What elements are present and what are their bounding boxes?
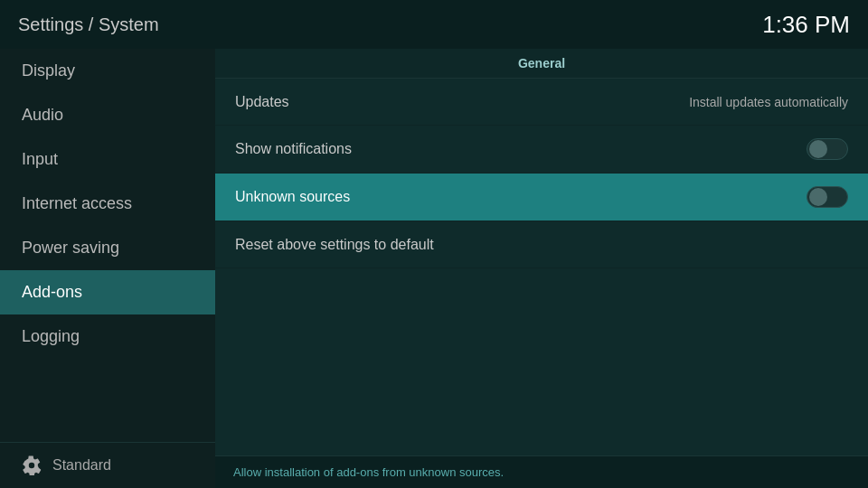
sidebar: Display Audio Input Internet access Powe…: [0, 49, 215, 488]
sidebar-item-label: Power saving: [22, 239, 119, 258]
setting-row-reset[interactable]: Reset above settings to default: [215, 221, 868, 268]
sidebar-item-power-saving[interactable]: Power saving: [0, 226, 215, 270]
sidebar-item-label: Internet access: [22, 194, 132, 213]
content-area: General Updates Install updates automati…: [215, 49, 868, 488]
sidebar-item-logging[interactable]: Logging: [0, 314, 215, 359]
sidebar-item-input[interactable]: Input: [0, 137, 215, 182]
setting-label-show-notifications: Show notifications: [235, 141, 352, 157]
page-title: Settings / System: [18, 14, 159, 35]
sidebar-item-label: Display: [22, 61, 75, 80]
gear-icon: [22, 455, 42, 475]
sidebar-item-label: Audio: [22, 106, 63, 125]
sidebar-spacer: [0, 359, 215, 442]
clock: 1:36 PM: [762, 11, 850, 39]
setting-label-reset: Reset above settings to default: [235, 237, 434, 253]
settings-list: Updates Install updates automatically Sh…: [215, 79, 868, 455]
setting-label-unknown-sources: Unknown sources: [235, 189, 350, 205]
sidebar-item-label: Input: [22, 150, 58, 169]
setting-label-updates: Updates: [235, 94, 289, 110]
sidebar-bottom[interactable]: Standard: [0, 442, 215, 488]
header: Settings / System 1:36 PM: [0, 0, 868, 49]
status-text: Allow installation of add-ons from unkno…: [233, 465, 504, 479]
sidebar-item-label: Logging: [22, 327, 80, 346]
main-layout: Display Audio Input Internet access Powe…: [0, 49, 868, 488]
sidebar-item-add-ons[interactable]: Add-ons: [0, 270, 215, 314]
toggle-knob: [809, 188, 827, 206]
section-label: General: [215, 49, 868, 79]
sidebar-item-internet-access[interactable]: Internet access: [0, 182, 215, 226]
setting-value-updates: Install updates automatically: [689, 95, 848, 109]
toggle-unknown-sources[interactable]: [807, 186, 848, 208]
level-label: Standard: [52, 457, 111, 474]
sidebar-item-display[interactable]: Display: [0, 49, 215, 93]
sidebar-item-label: Add-ons: [22, 283, 82, 302]
setting-row-updates[interactable]: Updates Install updates automatically: [215, 79, 868, 126]
sidebar-item-audio[interactable]: Audio: [0, 93, 215, 137]
setting-row-unknown-sources[interactable]: Unknown sources: [215, 174, 868, 221]
status-bar: Allow installation of add-ons from unkno…: [215, 455, 868, 488]
toggle-knob: [809, 140, 827, 158]
toggle-show-notifications[interactable]: [807, 138, 848, 160]
setting-row-show-notifications[interactable]: Show notifications: [215, 126, 868, 174]
